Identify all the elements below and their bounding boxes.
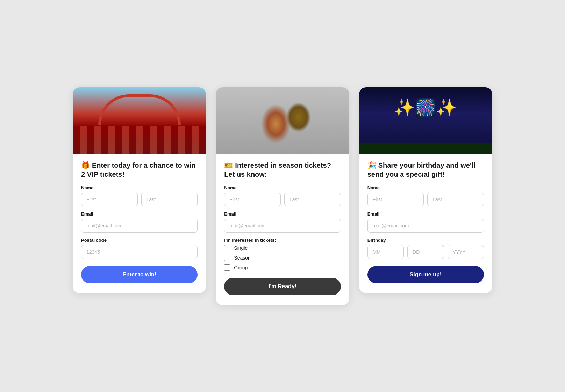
checkbox-group-input[interactable]	[224, 264, 230, 271]
card-title-vip: 🎁Enter today for a chance to win 2 VIP t…	[81, 161, 198, 179]
checkbox-season-input[interactable]	[224, 255, 230, 261]
email-input-season[interactable]	[224, 219, 341, 233]
email-label-vip: Email	[81, 211, 198, 217]
postal-label-vip: Postal code	[81, 238, 198, 243]
im-ready-button[interactable]: I'm Ready!	[224, 278, 341, 295]
name-group-birthday: Name	[367, 185, 484, 206]
last-name-birthday[interactable]	[427, 193, 484, 206]
email-group-season: Email	[224, 211, 341, 233]
email-label-season: Email	[224, 211, 341, 217]
email-group-vip: Email	[81, 211, 198, 233]
name-row-birthday	[367, 193, 484, 206]
email-group-birthday: Email	[367, 211, 484, 233]
card-birthday: 🎉Share your birthday and we'll send you …	[359, 87, 492, 293]
email-input-vip[interactable]	[81, 219, 198, 233]
birthday-row	[367, 245, 484, 259]
checkbox-single-label: Single	[234, 245, 248, 251]
checkbox-group[interactable]: Group	[224, 264, 341, 271]
card-season: 🎫Interested in season tickets? Let us kn…	[216, 87, 349, 305]
name-group-season: Name	[224, 185, 341, 206]
last-name-season[interactable]	[284, 193, 341, 206]
postal-input-vip[interactable]	[81, 245, 198, 259]
sign-me-up-button[interactable]: Sign me up!	[367, 266, 484, 283]
checkbox-single-input[interactable]	[224, 245, 230, 251]
tickets-label-season: I'm interested in tickets:	[224, 238, 341, 243]
postal-group-vip: Postal code	[81, 238, 198, 259]
email-label-birthday: Email	[367, 211, 484, 217]
card-body-season: 🎫Interested in season tickets? Let us kn…	[216, 154, 349, 271]
first-name-birthday[interactable]	[367, 193, 424, 206]
name-label-season: Name	[224, 185, 341, 190]
first-name-vip[interactable]	[81, 193, 138, 206]
card-title-birthday: 🎉Share your birthday and we'll send you …	[367, 161, 484, 179]
name-label-vip: Name	[81, 185, 198, 190]
birthday-group: Birthday	[367, 238, 484, 259]
checkbox-season-label: Season	[234, 255, 250, 261]
checkbox-single[interactable]: Single	[224, 245, 341, 251]
people-image	[216, 87, 349, 154]
fireworks-image	[359, 87, 492, 154]
party-emoji: 🎉	[367, 161, 376, 169]
checkbox-group-season: Single Season Group	[224, 245, 341, 271]
email-input-birthday[interactable]	[367, 219, 484, 233]
first-name-season[interactable]	[224, 193, 281, 206]
card-body-birthday: 🎉Share your birthday and we'll send you …	[359, 154, 492, 259]
ticket-emoji: 🎫	[224, 161, 233, 169]
checkbox-group-label: Group	[234, 265, 248, 270]
birthday-year[interactable]	[448, 245, 484, 259]
birthday-month[interactable]	[367, 245, 404, 259]
checkbox-season[interactable]: Season	[224, 255, 341, 261]
last-name-vip[interactable]	[141, 193, 198, 206]
name-row-season	[224, 193, 341, 206]
name-group-vip: Name	[81, 185, 198, 206]
birthday-label: Birthday	[367, 238, 484, 243]
tickets-group-season: I'm interested in tickets: Single Season…	[224, 238, 341, 271]
enter-to-win-button[interactable]: Enter to win!	[81, 266, 198, 283]
name-label-birthday: Name	[367, 185, 484, 190]
card-vip: 🎁Enter today for a chance to win 2 VIP t…	[73, 87, 206, 293]
cards-container: 🎁Enter today for a chance to win 2 VIP t…	[73, 87, 492, 305]
birthday-day[interactable]	[407, 245, 444, 259]
gift-emoji: 🎁	[81, 161, 90, 169]
name-row-vip	[81, 193, 198, 206]
card-title-season: 🎫Interested in season tickets? Let us kn…	[224, 161, 341, 179]
card-body-vip: 🎁Enter today for a chance to win 2 VIP t…	[73, 154, 206, 259]
stadium-image	[73, 87, 206, 154]
